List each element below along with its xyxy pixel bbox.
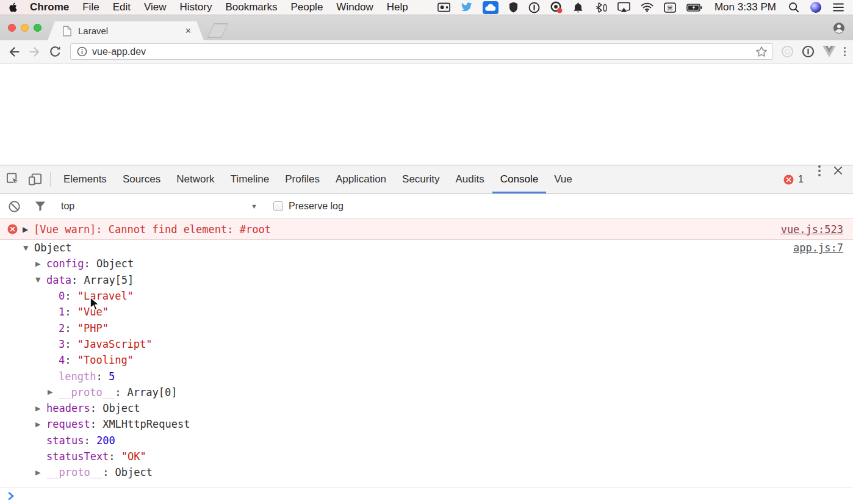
siri-icon[interactable] — [810, 1, 822, 13]
devtools-tab-application[interactable]: Application — [328, 165, 394, 193]
property-key: request — [46, 418, 90, 430]
console-tree: ▶config: Object▼data: Array[5]0: "Larave… — [0, 256, 853, 480]
key-value-separator: : — [65, 306, 77, 318]
triangle-right-icon[interactable]: ▶ — [46, 388, 59, 396]
url-text[interactable]: vue-app.dev — [92, 46, 755, 57]
vue-devtools-extension-icon[interactable] — [822, 46, 836, 57]
devtools-tab-timeline[interactable]: Timeline — [223, 165, 278, 193]
new-tab-button[interactable] — [207, 23, 228, 38]
chrome-window: Laravel ✕ vue-app.dev — [0, 15, 853, 504]
menu-chrome[interactable]: Chrome — [23, 1, 76, 13]
key-value-separator: : — [109, 450, 121, 463]
property-key: data — [46, 274, 71, 286]
devtools-menu-icon[interactable] — [818, 165, 821, 193]
bell-icon[interactable] — [573, 2, 583, 13]
minimize-window-button[interactable] — [21, 24, 29, 32]
menu-edit[interactable]: Edit — [106, 1, 137, 13]
tree-row-data[interactable]: ▼data: Array[5] — [0, 272, 853, 288]
devtools-tab-profiles[interactable]: Profiles — [277, 165, 328, 193]
close-window-button[interactable] — [8, 24, 16, 32]
tree-row-request[interactable]: ▶request: XMLHttpRequest — [0, 416, 853, 432]
device-toolbar-icon[interactable] — [27, 172, 43, 187]
devtools-tab-audits[interactable]: Audits — [448, 165, 492, 193]
preserve-log-checkbox[interactable] — [273, 201, 283, 211]
tree-row-headers[interactable]: ▶headers: Object — [0, 400, 853, 416]
twitter-icon[interactable] — [461, 2, 472, 12]
key-value-separator: : — [65, 290, 77, 302]
tree-row-3: 3: "JavaScript" — [0, 336, 853, 352]
tree-row-config[interactable]: ▶config: Object — [0, 256, 853, 272]
devtools-tabbar: ElementsSourcesNetworkTimelineProfilesAp… — [0, 165, 853, 194]
tab-close-icon[interactable]: ✕ — [185, 26, 192, 35]
camera-badge-icon[interactable] — [550, 1, 563, 13]
bookmark-star-icon[interactable] — [755, 46, 768, 58]
triangle-down-icon[interactable]: ▼ — [34, 276, 46, 284]
devtools-tab-console[interactable]: Console — [492, 165, 546, 193]
devtools-tab-vue[interactable]: Vue — [546, 165, 580, 193]
back-button[interactable] — [7, 45, 21, 59]
triangle-right-icon[interactable]: ▶ — [34, 420, 46, 428]
menu-history[interactable]: History — [173, 1, 218, 13]
battery-icon[interactable] — [686, 4, 702, 12]
menu-list-icon[interactable] — [832, 2, 844, 12]
page-favicon — [62, 26, 72, 37]
spotlight-icon[interactable] — [788, 2, 799, 13]
bluetooth-icon[interactable] — [594, 2, 607, 13]
devtools-close-icon[interactable] — [833, 165, 843, 193]
property-value: "OK" — [121, 450, 146, 463]
preserve-log-label[interactable]: Preserve log — [289, 201, 344, 212]
airplay-icon[interactable] — [617, 2, 630, 13]
screen-record-icon[interactable] — [437, 2, 450, 12]
menu-file[interactable]: File — [76, 1, 106, 13]
keyboard-icon[interactable]: ⌘ — [664, 2, 676, 13]
triangle-down-icon[interactable]: ▼ — [22, 244, 34, 252]
object-root-row[interactable]: ▼ Object app.js:7 — [0, 240, 853, 256]
triangle-right-icon[interactable]: ▶ — [34, 405, 46, 412]
devtools-tab-elements[interactable]: Elements — [56, 165, 115, 193]
key-value-separator: : — [71, 274, 84, 286]
menu-people[interactable]: People — [284, 1, 329, 13]
extension-icon[interactable] — [781, 45, 794, 58]
zoom-window-button[interactable] — [34, 24, 41, 32]
devtools-tab-network[interactable]: Network — [168, 165, 222, 193]
chevron-down-icon: ▼ — [251, 203, 257, 210]
address-bar[interactable]: vue-app.dev — [70, 43, 773, 60]
error-badge[interactable]: 1 — [783, 165, 804, 193]
devtools-tab-security[interactable]: Security — [394, 165, 447, 193]
site-info-icon[interactable] — [77, 46, 87, 57]
tree-row-__proto__[interactable]: ▶__proto__: Array[0] — [0, 384, 853, 400]
clear-console-icon[interactable] — [8, 200, 21, 213]
execution-context-dropdown[interactable]: top ▼ — [61, 201, 257, 212]
console-error-row[interactable]: ▶ [Vue warn]: Cannot find element: #root… — [0, 219, 853, 240]
triangle-right-icon[interactable]: ▶ — [21, 225, 34, 234]
error-source-link[interactable]: vue.js:523 — [781, 223, 843, 236]
devtools-tab-sources[interactable]: Sources — [115, 165, 168, 193]
triangle-right-icon[interactable]: ▶ — [34, 260, 46, 268]
shield-icon[interactable] — [509, 2, 518, 13]
inspect-element-icon[interactable] — [6, 172, 21, 187]
object-source-link[interactable]: app.js:7 — [793, 242, 843, 254]
tree-row-__proto__[interactable]: ▶__proto__: Object — [0, 464, 853, 480]
menubar-clock[interactable]: Mon 3:33 PM — [713, 1, 778, 13]
console-prompt[interactable] — [0, 488, 853, 504]
property-value: Object — [115, 466, 153, 478]
property-value: Object — [96, 257, 134, 270]
menu-bookmarks[interactable]: Bookmarks — [218, 1, 284, 13]
window-controls — [8, 24, 41, 32]
menu-view[interactable]: View — [137, 1, 173, 13]
reload-button[interactable] — [49, 45, 62, 58]
icloud-icon[interactable] — [483, 1, 498, 14]
chrome-menu-icon[interactable] — [844, 47, 846, 57]
browser-toolbar: vue-app.dev — [0, 40, 853, 63]
forward-button[interactable] — [28, 45, 41, 59]
apple-logo-icon[interactable] — [9, 2, 18, 13]
info-circle-icon[interactable] — [528, 2, 540, 13]
onepassword-extension-icon[interactable] — [802, 45, 815, 58]
menu-window[interactable]: Window — [329, 1, 380, 13]
wifi-icon[interactable] — [641, 2, 653, 12]
triangle-right-icon[interactable]: ▶ — [34, 469, 46, 477]
menu-help[interactable]: Help — [380, 1, 415, 13]
browser-tab-laravel[interactable]: Laravel ✕ — [48, 21, 204, 40]
profile-avatar-icon[interactable] — [832, 21, 846, 35]
filter-icon[interactable] — [34, 200, 46, 212]
